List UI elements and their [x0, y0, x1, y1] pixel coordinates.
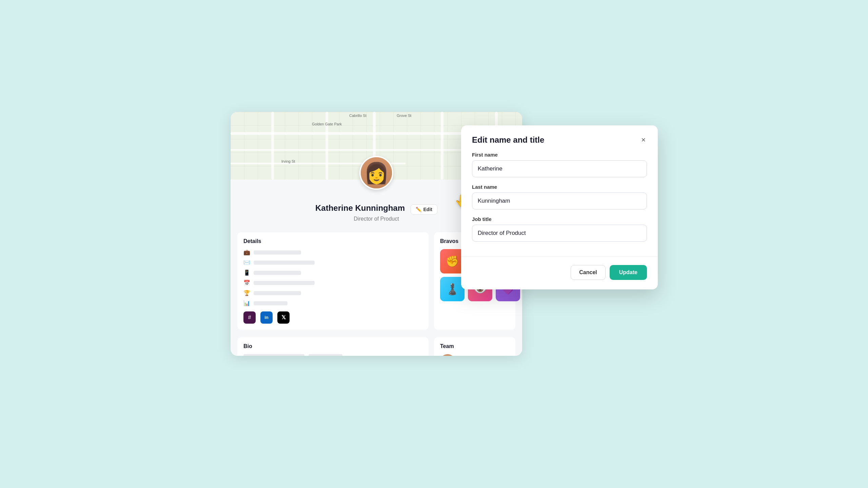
modal-title: Edit name and title — [472, 135, 544, 145]
bio-team-row: Bio Team — [231, 333, 522, 356]
last-name-label: Last name — [472, 184, 647, 190]
edit-pencil-icon: ✏️ — [416, 207, 421, 212]
avatar — [359, 156, 393, 190]
modal-footer: Cancel Update — [461, 265, 658, 289]
team-avatar: 👩 — [440, 354, 455, 356]
job-title-input[interactable] — [472, 225, 647, 242]
modal-header: Edit name and title × — [461, 125, 658, 152]
detail-skeleton-5 — [254, 291, 301, 295]
detail-skeleton-6 — [254, 301, 288, 305]
detail-row-phone: 📱 — [243, 269, 422, 276]
detail-row-briefcase: 💼 — [243, 249, 422, 256]
x-button[interactable]: 𝕏 — [277, 311, 290, 324]
phone-icon: 📱 — [243, 269, 250, 276]
first-name-label: First name — [472, 152, 647, 158]
modal-body: First name Last name Job title — [461, 152, 658, 257]
last-name-input[interactable] — [472, 192, 647, 209]
edit-button[interactable]: ✏️ Edit — [411, 204, 437, 215]
job-title-field-group: Job title — [472, 216, 647, 242]
details-card: Details 💼 ✉️ 📱 📅 🏆 — [237, 232, 429, 330]
briefcase-icon: 💼 — [243, 249, 250, 256]
cancel-button[interactable]: Cancel — [571, 265, 605, 280]
chart-icon: 📊 — [243, 300, 250, 307]
team-member-row: 👩 — [440, 354, 509, 356]
detail-row-chart: 📊 — [243, 300, 422, 307]
first-name-field-group: First name — [472, 152, 647, 177]
slack-button[interactable]: # — [243, 311, 256, 324]
social-icons: # in 𝕏 — [243, 311, 422, 324]
team-card: Team 👩 — [434, 337, 515, 356]
bio-content — [243, 354, 422, 356]
bio-skeleton-2 — [309, 354, 342, 356]
profile-full-name: Katherine Kunningham — [315, 203, 405, 212]
detail-row-calendar: 📅 — [243, 280, 422, 286]
first-name-input[interactable] — [472, 160, 647, 177]
detail-row-trophy: 🏆 — [243, 290, 422, 297]
calendar-icon: 📅 — [243, 280, 250, 286]
details-title: Details — [243, 238, 422, 244]
mail-icon: ✉️ — [243, 259, 250, 266]
trophy-icon: 🏆 — [243, 290, 250, 297]
job-title-label: Job title — [472, 216, 647, 222]
detail-skeleton-4 — [254, 281, 315, 285]
edit-modal: Edit name and title × First name Last na… — [461, 125, 658, 289]
avatar-image — [361, 157, 392, 188]
modal-divider — [461, 257, 658, 257]
edit-button-label: Edit — [423, 207, 432, 212]
linkedin-button[interactable]: in — [260, 311, 273, 324]
slack-icon: # — [248, 314, 251, 321]
bio-title: Bio — [243, 343, 422, 349]
update-button[interactable]: Update — [610, 265, 647, 280]
map-label-irving: Irving St — [281, 159, 295, 163]
map-label-grove: Grove St — [397, 114, 411, 118]
team-title: Team — [440, 343, 509, 349]
linkedin-icon: in — [264, 315, 269, 320]
map-label-park: Golden Gate Park — [312, 122, 342, 126]
detail-skeleton-1 — [254, 250, 301, 255]
bio-skeleton-1 — [243, 354, 304, 356]
detail-skeleton-2 — [254, 261, 315, 265]
map-label-cabrillo: Cabrillo St — [349, 114, 367, 118]
bio-card: Bio — [237, 337, 429, 356]
last-name-field-group: Last name — [472, 184, 647, 209]
modal-close-button[interactable]: × — [640, 135, 647, 145]
detail-row-mail: ✉️ — [243, 259, 422, 266]
x-icon: 𝕏 — [281, 314, 286, 321]
detail-skeleton-3 — [254, 271, 301, 275]
